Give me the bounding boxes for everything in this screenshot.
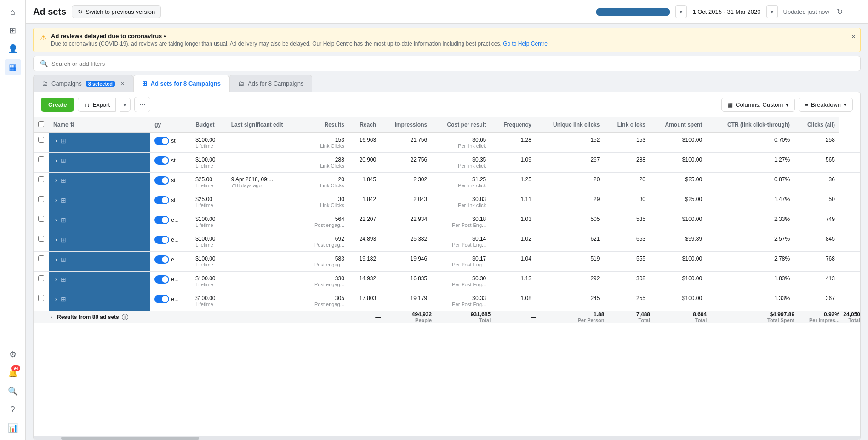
banner-close-button[interactable]: × [851, 33, 856, 41]
row-expand-button[interactable]: › [53, 176, 59, 185]
row-results-cell: 153 Link Clicks [301, 133, 349, 153]
date-picker-button[interactable] [596, 8, 670, 16]
search-input[interactable] [51, 60, 854, 67]
th-name[interactable]: Name ⇅ [49, 117, 150, 133]
th-link-clicks[interactable]: Link clicks [604, 117, 650, 133]
footer-expand-button[interactable]: › [49, 313, 54, 321]
row-checkbox[interactable] [38, 236, 44, 242]
row-budget-type: Lifetime [195, 183, 222, 188]
row-checkbox[interactable] [38, 196, 44, 202]
help-centre-link[interactable]: Go to Help Centre [503, 41, 548, 47]
th-ctr[interactable]: CTR (link click-through) [707, 117, 794, 133]
row-frequency-cell: 1.04 [491, 252, 536, 272]
row-checkbox[interactable] [38, 255, 44, 261]
banner-text: Due to coronavirus (COVID-19), ad review… [51, 41, 854, 47]
th-frequency[interactable]: Frequency [491, 117, 536, 133]
sidebar-home-icon[interactable]: ⌂ [5, 4, 21, 20]
row-checkbox[interactable] [38, 156, 44, 162]
row-gy: e... [171, 237, 179, 243]
th-clicks-all[interactable]: Clicks (all) [794, 117, 839, 133]
row-expand-button[interactable]: › [53, 216, 59, 224]
footer-impressions: 931,685 [432, 311, 491, 318]
tab-campaigns-close[interactable]: × [121, 80, 125, 87]
sort-icon: ⇅ [70, 122, 74, 128]
row-expand-button[interactable]: › [53, 137, 59, 145]
breakdown-icon: ≡ [805, 101, 808, 108]
row-toggle[interactable] [154, 137, 169, 145]
columns-button[interactable]: ▦ Columns: Custom ▾ [721, 98, 795, 112]
row-unique-clicks-cell: 621 [536, 232, 605, 252]
row-expand-button[interactable]: › [53, 255, 59, 264]
row-expand-button[interactable]: › [53, 295, 59, 303]
th-impressions[interactable]: Impressions [381, 117, 432, 133]
row-toggle[interactable] [154, 176, 169, 185]
switch-previous-button[interactable]: ↻ Switch to previous version [72, 5, 161, 18]
row-impressions-cell: 21,756 [381, 133, 432, 153]
row-checkbox[interactable] [38, 176, 44, 182]
footer-budget-cell [301, 311, 349, 324]
row-last-edit-cell [227, 133, 301, 153]
sidebar-search-icon[interactable]: 🔍 [5, 383, 21, 399]
tab-adsets[interactable]: ⊞ Ad sets for 8 Campaigns [133, 75, 229, 92]
export-button[interactable]: ↑↓ Export [78, 98, 116, 112]
row-reach-cell: 1,842 [349, 192, 381, 212]
row-checkbox-cell [34, 173, 49, 192]
row-grid-icon: ⊞ [61, 256, 66, 263]
th-results[interactable]: Results [301, 117, 349, 133]
date-range-dropdown-button[interactable]: ▾ [766, 5, 778, 18]
row-checkbox[interactable] [38, 295, 44, 301]
date-dropdown-button[interactable]: ▾ [675, 5, 687, 18]
row-toggle[interactable] [154, 236, 169, 244]
sidebar-help-icon[interactable]: ? [5, 401, 21, 418]
row-expand-button[interactable]: › [53, 156, 59, 165]
row-toggle[interactable] [154, 196, 169, 204]
more-actions-button[interactable]: ··· [134, 97, 150, 112]
row-toggle[interactable] [154, 275, 169, 284]
row-grid-icon: ⊞ [61, 137, 66, 145]
row-expand-button[interactable]: › [53, 275, 59, 284]
row-name-cell: › ⊞ [49, 212, 150, 232]
row-last-edit-cell [227, 212, 301, 232]
row-checkbox[interactable] [38, 137, 44, 143]
refresh-button[interactable]: ↻ [835, 6, 845, 18]
th-last-edit[interactable]: Last significant edit [227, 117, 301, 133]
create-button[interactable]: Create [41, 98, 74, 112]
row-expand-button[interactable]: › [53, 196, 59, 204]
sidebar-table-icon[interactable]: ▦ [5, 59, 21, 75]
row-cost: $0.83 [436, 196, 486, 203]
th-unique-clicks[interactable]: Unique link clicks [536, 117, 605, 133]
table-row: › ⊞ st $100.00 Lifetime 288 Link Clicks … [34, 153, 860, 173]
th-amount-spent[interactable]: Amount spent [650, 117, 707, 133]
th-cost[interactable]: Cost per result [432, 117, 491, 133]
scroll-thumb[interactable] [61, 437, 199, 440]
row-unique-clicks-cell: 152 [536, 133, 605, 153]
breakdown-button[interactable]: ≡ Breakdown ▾ [799, 98, 853, 112]
tab-ads[interactable]: 🗂 Ads for 8 Campaigns [229, 75, 312, 92]
row-cost-cell: $1.25 Per link click [432, 173, 491, 192]
th-reach[interactable]: Reach [349, 117, 381, 133]
tab-campaigns[interactable]: 🗂 Campaigns 8 selected × [33, 75, 133, 92]
sidebar-grid-icon[interactable]: ⊞ [5, 22, 21, 39]
row-toggle[interactable] [154, 156, 169, 165]
row-toggle[interactable] [154, 255, 169, 264]
row-cost-sub: Per Post Eng... [436, 301, 486, 307]
row-checkbox[interactable] [38, 275, 44, 281]
th-budget[interactable]: Budget [191, 117, 227, 133]
sidebar-settings-icon[interactable]: ⚙ [5, 346, 21, 363]
scroll-bar[interactable] [34, 436, 860, 440]
row-name-cell: › ⊞ [49, 173, 150, 192]
sidebar-notification-icon[interactable]: 🔔 94 [5, 365, 21, 381]
export-dropdown-button[interactable]: ▾ [120, 98, 131, 112]
row-gy: e... [171, 217, 179, 223]
select-all-checkbox[interactable] [38, 121, 44, 127]
row-checkbox[interactable] [38, 216, 44, 222]
row-toggle[interactable] [154, 216, 169, 224]
row-expand-button[interactable]: › [53, 236, 59, 244]
row-ctr-cell: 1.47% [707, 192, 794, 212]
columns-chevron: ▾ [786, 101, 789, 108]
sidebar-chart-icon[interactable]: 📊 [5, 420, 21, 436]
row-toggle[interactable] [154, 295, 169, 303]
footer-info-icon: i [122, 314, 128, 320]
sidebar-user-icon[interactable]: 👤 [5, 41, 21, 57]
header-more-button[interactable]: ··· [850, 5, 861, 18]
